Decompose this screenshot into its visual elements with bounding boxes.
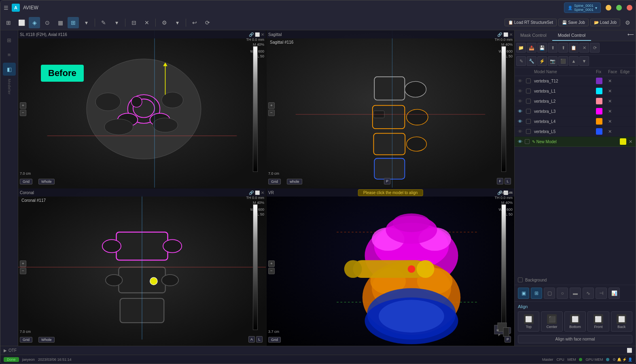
minimize-button[interactable]: [606, 5, 611, 11]
axial-expand-icon[interactable]: ✕: [261, 32, 264, 37]
sidebar-icon-layers[interactable]: ≡: [3, 48, 16, 61]
coronal-whole-button[interactable]: Whole: [38, 337, 55, 343]
eye-icon-l1[interactable]: 👁: [518, 89, 526, 93]
settings-gear-button[interactable]: ⚙: [622, 17, 633, 28]
coronal-link-icon[interactable]: 🔗: [249, 190, 254, 195]
mc-export-btn[interactable]: 📤: [527, 43, 536, 53]
model-x-l4[interactable]: ✕: [608, 119, 620, 124]
vr-ctrl-plus[interactable]: +: [268, 260, 275, 267]
model-color-l1[interactable]: [596, 88, 602, 94]
model-color-l4[interactable]: [596, 118, 602, 125]
model-color-t12[interactable]: [596, 78, 602, 84]
toolbar-btn-2[interactable]: ⬜: [16, 17, 27, 28]
view-icon-measure[interactable]: ⊣: [596, 288, 607, 299]
mc-copy-btn[interactable]: 📋: [569, 43, 579, 53]
save-job-button[interactable]: 💾 Save Job: [558, 19, 589, 26]
sagittal-nav-f[interactable]: F: [497, 178, 503, 184]
toolbar-btn-4[interactable]: ⊙: [42, 17, 53, 28]
eye-icon-l3[interactable]: 👁: [518, 109, 526, 114]
sagittal-nav-l[interactable]: L: [505, 178, 511, 184]
mc-save-btn[interactable]: 💾: [537, 43, 547, 53]
mc-magic-btn[interactable]: ⚡: [537, 56, 547, 66]
view-icon-flat[interactable]: ▬: [570, 288, 581, 299]
mc-new-btn[interactable]: 📁: [516, 43, 526, 53]
mc-upload2-btn[interactable]: ⬆: [558, 43, 568, 53]
tab-mask-control[interactable]: Mask Control: [515, 30, 552, 41]
toolbar-btn-7[interactable]: ▾: [81, 17, 92, 28]
maximize-button[interactable]: [616, 5, 622, 11]
toolbar-btn-dropdown[interactable]: ▾: [172, 17, 183, 28]
align-center-button[interactable]: ⬛ Center: [541, 311, 562, 332]
view-icon-chart[interactable]: 📊: [608, 288, 620, 299]
coronal-expand-icon[interactable]: ✕: [261, 190, 264, 195]
sagittal-link-icon[interactable]: 🔗: [497, 32, 502, 37]
vr-grid-button[interactable]: Grid: [268, 337, 281, 343]
new-model-color[interactable]: [620, 138, 626, 145]
otf-toggle[interactable]: ▶: [4, 348, 7, 353]
model-x-new[interactable]: ✕: [629, 139, 632, 144]
new-model-row[interactable]: 👁 ✎ New Model ✕: [515, 137, 636, 147]
model-item-l5[interactable]: 👁 vertebra_L5 ✕: [515, 127, 636, 137]
axial-link-icon[interactable]: 🔗: [249, 32, 254, 37]
otf-expand-icon[interactable]: ⬜: [627, 348, 632, 353]
model-x-t12[interactable]: ✕: [608, 78, 620, 84]
close-button[interactable]: [627, 5, 632, 11]
check-new-model[interactable]: [525, 139, 530, 144]
model-x-l3[interactable]: ✕: [608, 109, 620, 114]
axial-copy-icon[interactable]: ⬜: [255, 32, 260, 37]
toolbar-btn-redo[interactable]: ⟳: [202, 17, 213, 28]
toolbar-btn-cut[interactable]: ▾: [111, 17, 122, 28]
check-l5[interactable]: [526, 129, 531, 134]
eye-icon-new-model[interactable]: 👁: [518, 139, 522, 144]
check-l4[interactable]: [526, 119, 531, 124]
coronal-ctrl-minus[interactable]: −: [20, 268, 26, 274]
model-color-l3[interactable]: [596, 108, 602, 114]
axial-whole-button[interactable]: Whole: [38, 179, 55, 184]
axial-grid-button[interactable]: Grid: [20, 179, 32, 184]
vr-ctrl-minus[interactable]: −: [268, 268, 275, 274]
axial-ctrl-minus[interactable]: −: [20, 110, 26, 116]
align-top-button[interactable]: ⬜ Top: [518, 311, 539, 332]
sagittal-expand-icon[interactable]: ✕: [509, 32, 513, 37]
mc-upload-btn[interactable]: ⬆: [548, 43, 558, 53]
orientation-cube[interactable]: H P: [491, 322, 509, 341]
sagittal-nav-p-btn[interactable]: P: [384, 178, 390, 184]
sagittal-ctrl-minus[interactable]: −: [268, 110, 275, 116]
mc-delete-btn[interactable]: ✕: [579, 43, 589, 53]
view-icon-circle[interactable]: ○: [557, 288, 568, 299]
sagittal-grid-button[interactable]: Grid: [268, 179, 281, 184]
view-icon-wire[interactable]: ▢: [544, 288, 555, 299]
sagittal-copy-icon[interactable]: ⬜: [503, 32, 508, 37]
check-l2[interactable]: [526, 99, 531, 104]
toolbar-btn-1[interactable]: ⊞: [3, 17, 14, 28]
eye-icon-l5[interactable]: 👁: [518, 129, 526, 134]
panel-expand-icon[interactable]: ⟵: [626, 30, 636, 41]
toolbar-btn-3[interactable]: ◈: [29, 17, 40, 28]
model-x-l2[interactable]: ✕: [608, 99, 620, 104]
align-bottom-button[interactable]: ⬜ Bottom: [564, 311, 586, 332]
chevron-down-icon[interactable]: ▾: [595, 6, 597, 10]
eye-icon-l4[interactable]: 👁: [518, 119, 526, 124]
check-t12[interactable]: [526, 78, 531, 83]
view-icon-curve[interactable]: ∿: [583, 288, 594, 299]
model-item-l3[interactable]: 👁 vertebra_L3 ✕: [515, 106, 636, 116]
sagittal-whole-button[interactable]: whole: [287, 179, 302, 184]
mc-down-btn[interactable]: ▼: [579, 56, 589, 66]
toolbar-btn-settings[interactable]: ⚙: [159, 17, 170, 28]
view-icon-grid[interactable]: ⊞: [531, 288, 542, 299]
model-item-l4[interactable]: 👁 vertebra_L4 ✕: [515, 116, 636, 127]
axial-ctrl-plus[interactable]: +: [20, 102, 26, 109]
coronal-nav-l[interactable]: L: [256, 336, 263, 343]
model-item-t12[interactable]: 👁 vertebra_T12 ✕: [515, 76, 636, 86]
model-color-l5[interactable]: [596, 128, 602, 135]
coronal-grid-button[interactable]: Grid: [20, 337, 32, 343]
align-with-normal-button[interactable]: Align with face normal: [518, 335, 632, 343]
sidebar-icon-grid[interactable]: ⊞: [3, 34, 16, 47]
toolbar-btn-undo[interactable]: ↩: [189, 17, 200, 28]
model-x-l1[interactable]: ✕: [608, 89, 620, 94]
mc-tool-btn[interactable]: 🔧: [527, 56, 536, 66]
coronal-nav-a[interactable]: A: [248, 336, 255, 343]
model-x-l5[interactable]: ✕: [608, 129, 620, 134]
model-item-l1[interactable]: 👁 vertebra_L1 ✕: [515, 86, 636, 96]
eye-icon-l2[interactable]: 👁: [518, 99, 526, 104]
